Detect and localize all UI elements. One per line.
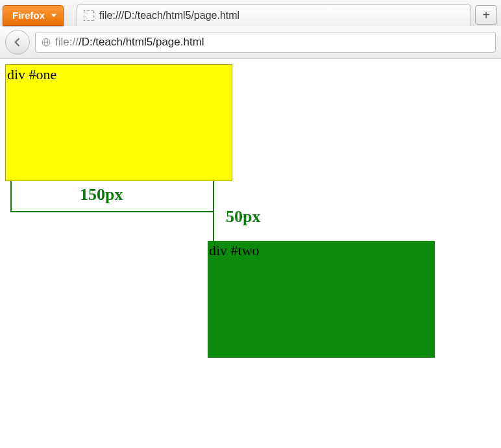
- chevron-down-icon: [51, 14, 56, 18]
- measure-label-50: 50px: [226, 207, 260, 227]
- div-one-label: div #one: [7, 66, 56, 82]
- firefox-menu-button[interactable]: Firefox: [3, 5, 64, 26]
- new-tab-button[interactable]: +: [475, 5, 497, 25]
- arrow-left-icon: [12, 37, 23, 47]
- measure-horizontal-line: [10, 211, 213, 212]
- url-text: file:///D:/teach/html5/page.html: [55, 36, 204, 49]
- plus-icon: +: [482, 8, 490, 23]
- url-scheme: file://: [55, 36, 79, 48]
- tab-title: file:///D:/teach/html5/page.html: [99, 10, 239, 21]
- page-content: div #one 150px 50px div #two: [0, 59, 501, 363]
- measure-right-tick: [213, 181, 214, 241]
- address-bar[interactable]: file:///D:/teach/html5/page.html: [35, 32, 496, 53]
- div-two-label: div #two: [209, 242, 260, 258]
- url-path: /D:/teach/html5/page.html: [79, 36, 204, 48]
- measure-left-tick: [10, 181, 12, 212]
- measure-label-150: 150px: [80, 185, 123, 205]
- nav-toolbar: file:///D:/teach/html5/page.html: [0, 26, 501, 58]
- browser-chrome: Firefox file:///D:/teach/html5/page.html…: [0, 0, 501, 59]
- firefox-button-label: Firefox: [12, 10, 45, 21]
- div-one: div #one: [5, 64, 232, 181]
- div-two: div #two: [208, 241, 435, 358]
- browser-tab[interactable]: file:///D:/teach/html5/page.html: [77, 4, 471, 26]
- globe-icon: [41, 37, 51, 47]
- back-button[interactable]: [5, 30, 30, 55]
- page-icon: [84, 10, 94, 21]
- measurement-diagram: 150px 50px: [5, 181, 434, 241]
- tab-strip: Firefox file:///D:/teach/html5/page.html…: [0, 0, 501, 26]
